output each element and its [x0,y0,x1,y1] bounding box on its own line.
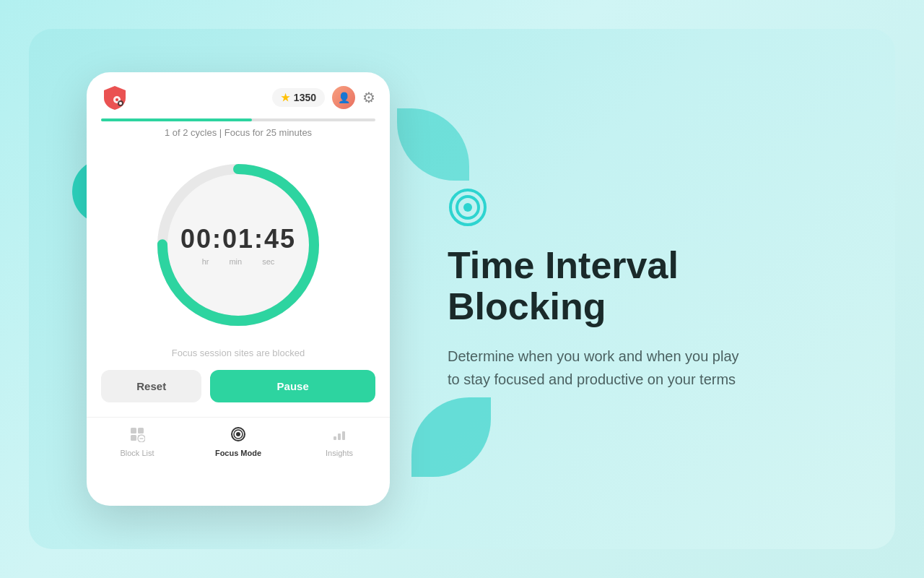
phone-buttons: Reset Pause [87,370,390,417]
insights-label: Insights [326,449,353,457]
hr-label: hr [202,257,209,266]
blocked-message: Focus session sites are blocked [87,339,390,370]
timer-display: 00:01:45 [180,224,296,254]
phone-header: ★ 1350 👤 ⚙ [87,72,390,118]
svg-point-1 [116,98,118,101]
logo-shield-icon [101,84,128,111]
app-logo [101,84,128,111]
header-right: ★ 1350 👤 ⚙ [272,86,375,109]
star-icon: ★ [281,92,290,103]
timer-inner: 00:01:45 hr min sec [180,224,296,266]
star-count: 1350 [294,92,316,103]
feature-title-line2: Blocking [448,285,606,327]
svg-rect-8 [131,435,136,441]
bottom-nav: Block List Focus Mode [87,417,390,469]
phone-mockup: ★ 1350 👤 ⚙ 1 of 2 cycles | Focus for 25 … [87,72,390,506]
svg-rect-17 [342,431,345,440]
star-badge: ★ 1350 [272,88,325,107]
progress-section: 1 of 2 cycles | Focus for 25 minutes [87,118,390,144]
deco-shape-bottom-right [411,397,491,477]
timer-section: 00:01:45 hr min sec [87,144,390,339]
svg-point-3 [119,102,122,105]
nav-block-list[interactable]: Block List [87,426,188,457]
min-label: min [229,257,242,266]
user-avatar: 👤 [332,86,355,109]
main-container: ★ 1350 👤 ⚙ 1 of 2 cycles | Focus for 25 … [29,29,895,549]
reset-button[interactable]: Reset [101,370,201,402]
svg-point-20 [463,203,472,212]
target-icon [448,187,488,228]
focus-mode-label: Focus Mode [215,449,261,457]
target-icon-container [448,187,837,230]
progress-fill [101,118,252,121]
focus-mode-icon [230,426,246,446]
timer-labels: hr min sec [180,257,296,266]
feature-title-line1: Time Interval [448,244,679,286]
svg-rect-6 [131,428,136,434]
progress-label: 1 of 2 cycles | Focus for 25 minutes [101,127,375,138]
right-content: Time Interval Blocking Determine when yo… [390,187,837,391]
block-list-label: Block List [120,449,154,457]
svg-rect-16 [338,434,341,440]
nav-insights[interactable]: Insights [289,426,390,457]
insights-icon [331,426,347,446]
feature-title: Time Interval Blocking [448,245,837,327]
settings-icon[interactable]: ⚙ [362,89,375,106]
svg-rect-15 [334,436,336,440]
progress-track [101,118,375,121]
svg-rect-7 [138,428,144,434]
sec-label: sec [262,257,274,266]
block-list-icon [129,426,145,446]
feature-description: Determine when you work and when you pla… [448,345,751,391]
timer-ring-container: 00:01:45 hr min sec [152,158,325,332]
svg-point-14 [236,432,240,436]
deco-shape-top-right [397,108,469,181]
pause-button[interactable]: Pause [210,370,375,402]
nav-focus-mode[interactable]: Focus Mode [188,426,289,457]
